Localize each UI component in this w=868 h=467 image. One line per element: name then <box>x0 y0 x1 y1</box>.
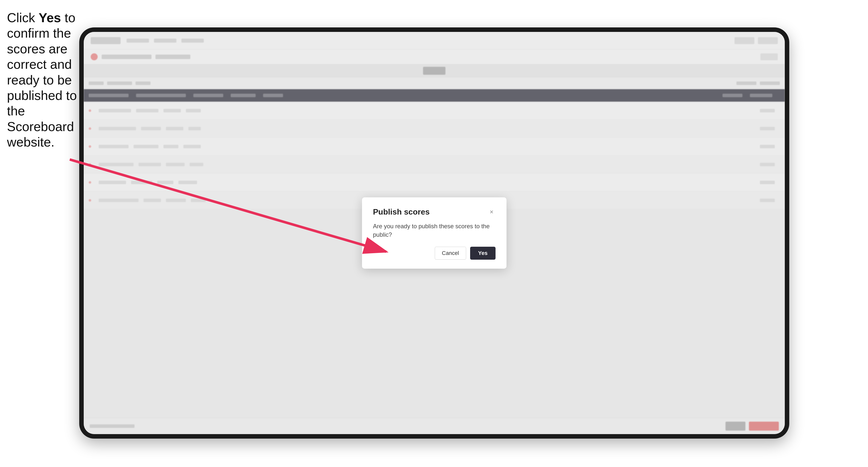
publish-scores-dialog: Publish scores × Are you ready to publis… <box>362 197 506 269</box>
modal-close-button[interactable]: × <box>488 208 496 216</box>
cancel-button[interactable]: Cancel <box>435 247 466 260</box>
modal-header: Publish scores × <box>373 207 496 217</box>
tablet-screen: Publish scores × Are you ready to publis… <box>84 32 785 434</box>
modal-overlay: Publish scores × Are you ready to publis… <box>84 32 785 434</box>
tablet-device: Publish scores × Are you ready to publis… <box>79 27 789 439</box>
modal-message: Are you ready to publish these scores to… <box>373 222 496 239</box>
modal-title: Publish scores <box>373 207 430 217</box>
yes-button[interactable]: Yes <box>470 247 496 260</box>
modal-body: Are you ready to publish these scores to… <box>373 222 496 239</box>
modal-footer: Cancel Yes <box>373 247 496 260</box>
instruction-text: Click Yes to confirm the scores are corr… <box>7 10 79 150</box>
